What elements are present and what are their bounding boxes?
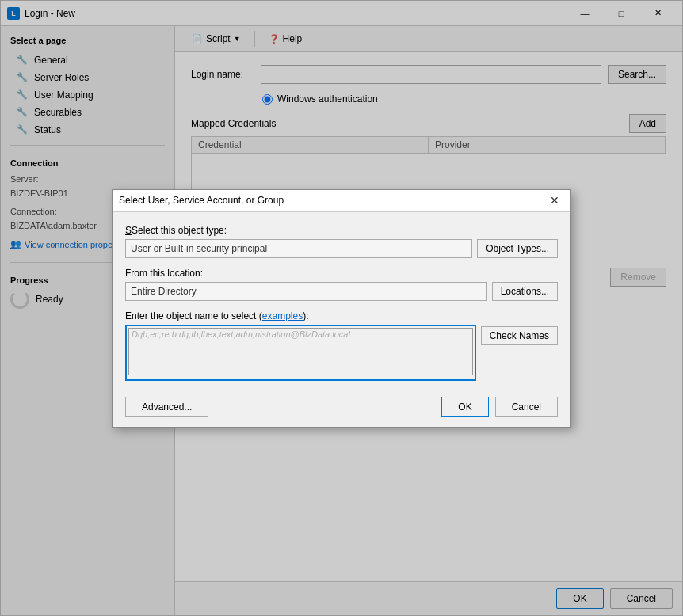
object-types-button[interactable]: Object Types... <box>477 239 558 258</box>
locations-button[interactable]: Locations... <box>492 282 558 301</box>
location-input[interactable] <box>125 282 487 301</box>
check-names-button[interactable]: Check Names <box>481 326 558 345</box>
modal-footer-right: OK Cancel <box>441 397 558 417</box>
modal-title-bar: Select User, Service Account, or Group ✕ <box>113 190 570 212</box>
location-label: From this location: <box>125 268 558 279</box>
object-name-area: Dqb;ec;re b;dq;tb;lbex;text;adm;nistrati… <box>125 325 476 381</box>
object-type-input[interactable] <box>125 239 472 258</box>
object-type-label: SSelect this object type: <box>125 225 558 236</box>
modal-close-button[interactable]: ✕ <box>545 192 564 209</box>
modal-dialog: Select User, Service Account, or Group ✕… <box>112 189 571 428</box>
object-name-label: Enter the object name to select (example… <box>125 310 558 321</box>
object-type-row: Object Types... <box>125 239 558 258</box>
examples-link[interactable]: examples <box>262 310 303 321</box>
advanced-button[interactable]: Advanced... <box>125 397 208 417</box>
modal-cancel-button[interactable]: Cancel <box>495 397 558 417</box>
modal-title: Select User, Service Account, or Group <box>119 195 545 206</box>
modal-body: SSelect this object type: Object Types..… <box>113 212 570 390</box>
modal-overlay: Select User, Service Account, or Group ✕… <box>1 1 682 615</box>
modal-footer: Advanced... OK Cancel <box>113 390 570 427</box>
location-row: Locations... <box>125 282 558 301</box>
object-name-textarea[interactable] <box>128 328 473 375</box>
modal-ok-button[interactable]: OK <box>441 397 488 417</box>
